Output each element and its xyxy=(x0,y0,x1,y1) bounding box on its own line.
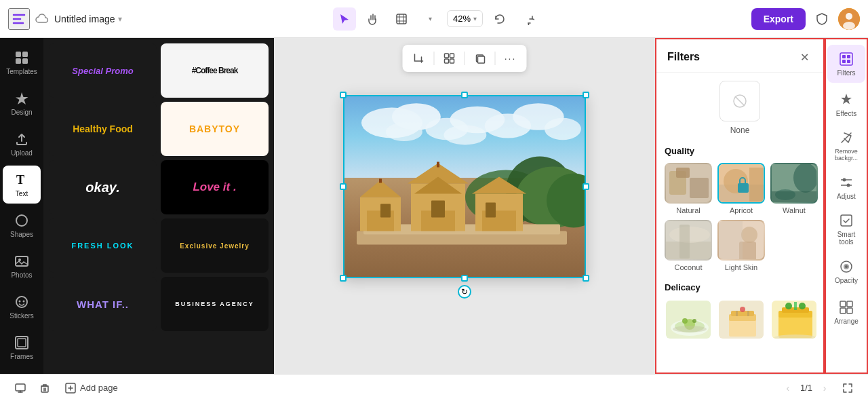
right-tool-arrange[interactable]: Arrange xyxy=(827,293,865,331)
undo-button[interactable] xyxy=(488,7,511,31)
right-tool-effects[interactable]: Effects xyxy=(827,85,865,123)
sidebar-item-shapes[interactable]: Shapes xyxy=(3,206,41,244)
right-tool-arrange-label: Arrange xyxy=(834,318,859,325)
svg-rect-53 xyxy=(486,202,496,217)
handle-tc[interactable] xyxy=(461,92,468,98)
svg-rect-103 xyxy=(847,55,850,58)
template-business[interactable]: BUSINESS AGENCY xyxy=(161,277,269,331)
handle-ml[interactable] xyxy=(340,183,347,190)
template-healthy-food[interactable]: Healthy Food xyxy=(49,102,157,156)
filter-walnut[interactable]: Walnut xyxy=(770,163,818,214)
right-tool-adjust-label: Adjust xyxy=(837,193,856,200)
right-tool-opacity[interactable]: Opacity xyxy=(827,252,865,290)
svg-rect-78 xyxy=(719,221,743,261)
filter-coconut[interactable]: Coconut xyxy=(665,220,712,271)
svg-rect-118 xyxy=(16,384,25,391)
template-fresh-look[interactable]: FRESH LOOK xyxy=(49,218,157,273)
template-babytoy[interactable]: BABYTOY xyxy=(161,102,269,156)
select-tool-button[interactable] xyxy=(333,7,356,31)
filter-delicacy2-thumb xyxy=(717,299,765,340)
topbar-center: ▾ 42% ▾ xyxy=(127,7,746,31)
sidebar-item-frames[interactable]: Frames xyxy=(3,328,41,366)
cloud-save-button[interactable] xyxy=(35,14,49,24)
shield-button[interactable] xyxy=(811,8,833,30)
export-button[interactable]: Export xyxy=(751,8,806,30)
avatar[interactable] xyxy=(838,8,860,30)
handle-bc[interactable] xyxy=(461,275,468,282)
filter-apricot-label: Apricot xyxy=(730,206,753,214)
sidebar-item-templates[interactable]: Templates xyxy=(3,43,41,81)
right-tool-adjust[interactable]: Adjust xyxy=(827,168,865,206)
filter-natural[interactable]: Natural xyxy=(665,163,712,214)
zoom-control[interactable]: 42% ▾ xyxy=(447,10,483,27)
sidebar-text-label: Text xyxy=(16,190,28,197)
template-what-if[interactable]: WHAT IF.. xyxy=(49,277,157,331)
more-options-button[interactable]: ··· xyxy=(500,47,521,69)
sidebar-item-stickers[interactable]: Stickers xyxy=(3,288,41,326)
filter-apricot-thumb xyxy=(717,163,765,204)
frame-tool-button[interactable] xyxy=(390,7,413,31)
filter-apricot[interactable]: Apricot xyxy=(717,163,765,214)
logo-button[interactable] xyxy=(8,8,30,30)
main-area: Templates Design Upload T Text Shape xyxy=(0,38,868,374)
filters-panel: Filters ✕ None Quality xyxy=(655,38,825,374)
filter-delicacy2[interactable] xyxy=(717,299,765,340)
template-okay[interactable]: okay. xyxy=(49,160,157,214)
page-indicator: 1/1 xyxy=(800,383,812,393)
add-page-label: Add page xyxy=(80,383,118,393)
filter-delicacy1[interactable] xyxy=(665,299,712,340)
handle-br[interactable] xyxy=(583,275,589,282)
handle-tl[interactable] xyxy=(340,92,347,98)
filter-light-skin[interactable]: Light Skin xyxy=(717,220,765,271)
right-tool-smart[interactable]: Smart tools xyxy=(827,209,865,250)
template-love-it[interactable]: Love it . xyxy=(161,160,269,214)
delete-page-button[interactable] xyxy=(35,379,54,398)
handle-bl[interactable] xyxy=(340,275,347,282)
prev-page-button[interactable]: ‹ xyxy=(780,380,796,396)
document-title[interactable]: Untitled image ▾ xyxy=(54,14,122,24)
copy-style-button[interactable] xyxy=(469,47,491,69)
hand-tool-button[interactable] xyxy=(361,7,384,31)
canvas-wrapper: ↻ xyxy=(343,95,586,278)
handle-tr[interactable] xyxy=(583,92,589,98)
sidebar-item-design[interactable]: Design xyxy=(3,84,41,122)
filter-none-label: None xyxy=(730,126,750,135)
filter-walnut-thumb xyxy=(770,163,818,204)
rotate-handle[interactable]: ↻ xyxy=(458,285,471,299)
filter-none-button[interactable] xyxy=(719,81,760,121)
group-button[interactable] xyxy=(439,47,460,69)
crop-button[interactable] xyxy=(408,47,430,69)
svg-rect-61 xyxy=(690,178,709,198)
filter-delicacy3-thumb xyxy=(770,299,818,340)
frame-chevron-button[interactable]: ▾ xyxy=(418,7,441,31)
next-page-button[interactable]: › xyxy=(816,380,833,396)
handle-mr[interactable] xyxy=(583,183,589,190)
fullscreen-button[interactable] xyxy=(838,379,857,398)
right-tool-filters-label: Filters xyxy=(837,69,855,77)
template-exclusive-text: Exclusive Jewelry xyxy=(180,242,250,250)
right-tool-remove-bg[interactable]: Remove backgr... xyxy=(827,126,865,166)
redo-button[interactable] xyxy=(517,7,540,31)
svg-point-17 xyxy=(23,300,25,302)
toolbar-separator2 xyxy=(465,52,465,65)
add-page-button[interactable]: Add page xyxy=(60,380,123,396)
template-love-it-text: Love it . xyxy=(193,180,236,194)
filter-none-container: None xyxy=(665,81,815,135)
sidebar-item-upload[interactable]: Upload xyxy=(3,125,41,163)
svg-rect-91 xyxy=(736,311,738,316)
quality-section-title: Quality xyxy=(665,146,815,156)
canvas-frame[interactable]: ↻ xyxy=(343,95,586,278)
filter-delicacy3[interactable] xyxy=(770,299,818,340)
template-coffee-break[interactable]: #Coffee Break xyxy=(161,43,269,98)
sidebar-item-text[interactable]: T Text xyxy=(3,166,41,204)
template-special-promo[interactable]: Special Promo xyxy=(49,43,157,98)
svg-line-57 xyxy=(735,96,745,106)
right-tool-filters[interactable]: Filters xyxy=(827,45,865,83)
template-exclusive[interactable]: Exclusive Jewelry xyxy=(161,218,269,273)
sidebar-item-photos[interactable]: Photos xyxy=(3,247,41,285)
right-tools-sidebar: Filters Effects Remove backgr... xyxy=(825,38,868,374)
svg-rect-102 xyxy=(842,55,846,58)
right-area: Filters ✕ None Quality xyxy=(655,38,868,374)
present-button[interactable] xyxy=(11,379,30,398)
filters-close-button[interactable]: ✕ xyxy=(796,49,812,65)
